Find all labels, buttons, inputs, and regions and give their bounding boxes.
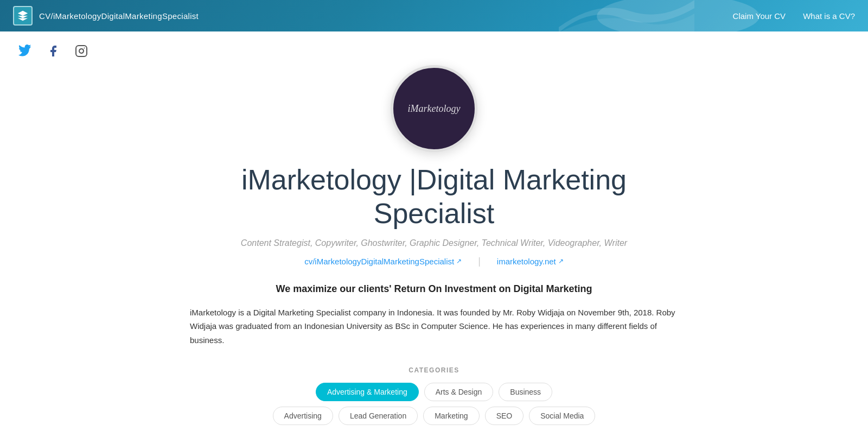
- main-category-pill[interactable]: Arts & Design: [424, 383, 494, 401]
- sub-category-pill[interactable]: Marketing: [423, 407, 479, 425]
- sub-category-pill[interactable]: Advertising: [273, 407, 333, 425]
- header-left: CV/iMarketologyDigitalMarketingSpecialis…: [13, 6, 199, 26]
- main-category-pills: Advertising & MarketingArts & DesignBusi…: [11, 383, 857, 401]
- main-content: iMarketology iMarketology |Digital Marke…: [0, 71, 868, 437]
- sub-category-pill[interactable]: SEO: [485, 407, 524, 425]
- site-logo[interactable]: [13, 6, 33, 26]
- sub-category-pill[interactable]: Lead Generation: [339, 407, 418, 425]
- twitter-icon[interactable]: [16, 42, 34, 60]
- facebook-icon[interactable]: [44, 42, 62, 60]
- sub-category-pills: AdvertisingLead GenerationMarketingSEOSo…: [11, 407, 857, 425]
- site-header: CV/iMarketologyDigitalMarketingSpecialis…: [0, 0, 868, 31]
- what-is-cv-link[interactable]: What is a CV?: [803, 11, 855, 21]
- profile-links: cv/iMarketologyDigitalMarketingSpecialis…: [304, 256, 564, 267]
- profile-subtitle: Content Strategist, Copywriter, Ghostwri…: [241, 238, 627, 248]
- avatar: iMarketology: [391, 65, 477, 152]
- website-link-text: imarketology.net: [497, 257, 556, 266]
- categories-section: CATEGORIES Advertising & MarketingArts &…: [11, 366, 857, 430]
- sub-category-pill[interactable]: Social Media: [529, 407, 595, 425]
- header-wave-decoration: [559, 0, 694, 31]
- external-link-icon-1: ↗: [456, 257, 462, 265]
- cv-link-text: cv/iMarketologyDigitalMarketingSpecialis…: [304, 257, 454, 266]
- cv-link[interactable]: cv/iMarketologyDigitalMarketingSpecialis…: [304, 257, 462, 266]
- external-link-icon-2: ↗: [558, 257, 564, 265]
- website-link[interactable]: imarketology.net ↗: [497, 257, 564, 266]
- avatar-text: iMarketology: [408, 103, 461, 115]
- main-category-pill[interactable]: Advertising & Marketing: [316, 383, 419, 401]
- link-separator: |: [478, 256, 481, 267]
- instagram-icon[interactable]: [73, 42, 90, 60]
- profile-tagline: We maximize our clients' Return On Inves…: [276, 283, 592, 295]
- claim-cv-link[interactable]: Claim Your CV: [733, 11, 786, 21]
- header-nav: Claim Your CV What is a CV?: [733, 11, 855, 21]
- categories-label: CATEGORIES: [11, 366, 857, 374]
- profile-name: iMarketology |Digital Marketing Speciali…: [190, 163, 678, 231]
- profile-bio: iMarketology is a Digital Marketing Spec…: [190, 306, 678, 347]
- main-category-pill[interactable]: Business: [499, 383, 552, 401]
- header-title: CV/iMarketologyDigitalMarketingSpecialis…: [39, 11, 199, 21]
- svg-rect-0: [76, 46, 87, 56]
